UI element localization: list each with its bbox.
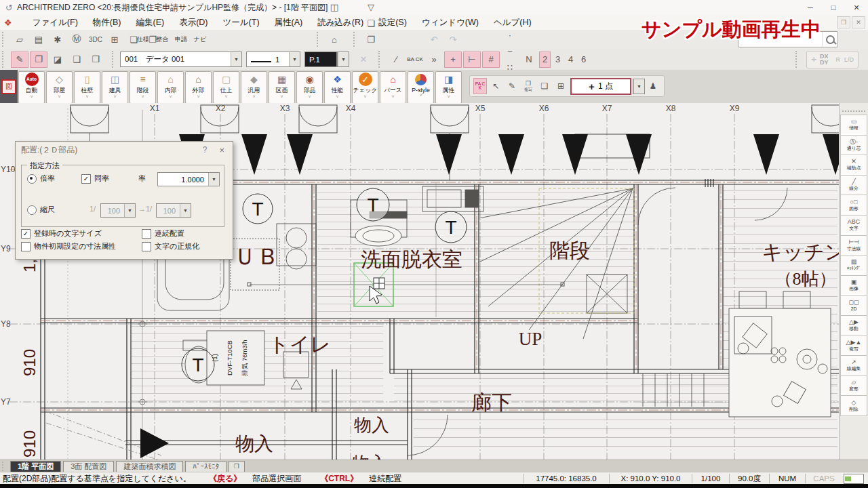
- snap-grid-icon[interactable]: #: [482, 52, 500, 68]
- command-button[interactable]: 部屋: [46, 71, 73, 104]
- edit-clip-icon[interactable]: ❐: [30, 52, 47, 68]
- sidebar-tool-button[interactable]: ╱ 線分: [840, 175, 867, 195]
- edit-pen-icon[interactable]: ✎: [11, 52, 28, 68]
- command-button[interactable]: 建具: [102, 71, 128, 104]
- dy-label[interactable]: DY: [820, 59, 829, 66]
- sidebar-tool-button[interactable]: ◻◻ 2D: [840, 295, 867, 315]
- sidebar-tool-button[interactable]: ↗ 線編集: [840, 355, 867, 375]
- sidebar-tool-button[interactable]: ▱ 変形: [840, 375, 867, 396]
- menu-item[interactable]: 編集(E): [128, 16, 172, 28]
- snap-free-icon[interactable]: +: [444, 52, 462, 68]
- menu-item[interactable]: 表示(D): [172, 16, 215, 28]
- select-cursor-icon[interactable]: ↖: [488, 79, 503, 94]
- command-button[interactable]: 区画: [269, 71, 295, 104]
- view-icon[interactable]: ▽: [362, 0, 380, 15]
- command-button[interactable]: パース: [380, 71, 406, 104]
- command-button[interactable]: 仕上: [213, 71, 239, 104]
- ld-button[interactable]: L/D: [844, 56, 854, 63]
- sidebar-tool-button[interactable]: ✕ 補助点: [840, 155, 867, 175]
- diagonal-icon[interactable]: ∕: [387, 52, 405, 68]
- menu-item[interactable]: ツール(T): [216, 16, 267, 28]
- sidebar-tool-button[interactable]: ▨ ﾊｯﾁﾝｸﾞ: [840, 255, 867, 275]
- layer-select[interactable]: 001 データ 001 ▼: [120, 52, 242, 67]
- back-button[interactable]: BA CK: [406, 52, 424, 68]
- chevron-down-icon[interactable]: ▼: [289, 52, 300, 66]
- 3dc-icon[interactable]: 3DC: [87, 31, 104, 47]
- command-button[interactable]: 外部: [185, 71, 212, 104]
- scale-indicator[interactable]: 1/100: [692, 474, 729, 483]
- pen-select[interactable]: P.1: [304, 52, 337, 67]
- command-button[interactable]: 自動: [18, 71, 45, 104]
- sidebar-tool-button[interactable]: ▣ 画像: [840, 275, 867, 296]
- dim-attr-checkbox[interactable]: [21, 242, 31, 251]
- sidebar-tool-button[interactable]: ▭ 情報: [840, 115, 867, 135]
- sheet-tool-icon[interactable]: ❏: [537, 79, 552, 94]
- edit-layer-icon[interactable]: ◪: [49, 52, 66, 68]
- line-style-select[interactable]: 1 ▼: [246, 52, 300, 67]
- view-icon[interactable]: ❏: [362, 15, 380, 31]
- continuous-checkbox[interactable]: [142, 229, 151, 239]
- snap-icon[interactable]: ·: [501, 27, 519, 43]
- normalize-checkbox[interactable]: [142, 242, 151, 251]
- sidebar-tool-button[interactable]: Ⓐ‐ 通り芯: [840, 135, 867, 155]
- redo-icon[interactable]: ↷: [444, 31, 462, 47]
- dialog-close-icon[interactable]: ×: [216, 145, 227, 155]
- jump-icon[interactable]: »: [425, 52, 443, 68]
- chevron-down-icon[interactable]: ▼: [231, 52, 241, 66]
- command-button[interactable]: 汎用: [241, 71, 267, 104]
- pack-button[interactable]: PA CK: [473, 78, 487, 94]
- toolbar-icon[interactable]: ◫: [326, 0, 343, 15]
- pick-mode-select[interactable]: + 1 点: [570, 78, 631, 95]
- toolbar-text-button[interactable]: ナビ: [191, 31, 209, 47]
- snap-icon[interactable]: −: [501, 43, 519, 60]
- view-icon[interactable]: ❐: [362, 31, 380, 47]
- drawing-tab[interactable]: 3面 配置図: [63, 461, 114, 472]
- minimize-button[interactable]: ─: [799, 1, 822, 15]
- sidebar-tool-button[interactable]: △▶ 移動: [840, 315, 867, 336]
- r-button[interactable]: R: [835, 56, 840, 63]
- command-button[interactable]: 部品: [296, 71, 323, 104]
- eyedropper-icon[interactable]: ✎: [505, 79, 519, 94]
- sidebar-tool-button[interactable]: ○□ 図形: [840, 195, 867, 215]
- settings-gear-icon[interactable]: ✱: [49, 31, 66, 47]
- sidebar-tool-button[interactable]: △▶▲ 複写: [840, 336, 867, 356]
- toolbar-icon[interactable]: ⌂: [326, 31, 343, 47]
- save-icon[interactable]: ▤: [30, 31, 47, 47]
- layout-grid-icon[interactable]: ⊞: [106, 31, 123, 47]
- menu-item[interactable]: 物件(B): [85, 16, 129, 28]
- new-window-icon[interactable]: ❐: [229, 461, 245, 472]
- command-button[interactable]: P-style: [408, 71, 434, 104]
- mdi-restore-button[interactable]: ❐: [837, 16, 850, 28]
- toolbar-text-button[interactable]: 整合: [153, 31, 171, 47]
- ctrl-hint[interactable]: 《CTRL》: [320, 473, 358, 485]
- snap-6-button[interactable]: 6: [578, 52, 589, 68]
- master-icon[interactable]: Ⓜ: [68, 31, 85, 47]
- chevron-down-icon[interactable]: ▼: [208, 173, 219, 186]
- toolbar-text-button[interactable]: 仕様: [134, 31, 152, 47]
- pick-mode-arrow[interactable]: ▼: [633, 79, 645, 94]
- command-button[interactable]: 属性: [435, 71, 462, 104]
- maximize-button[interactable]: □: [822, 1, 845, 15]
- text-size-checkbox[interactable]: ✓: [21, 229, 31, 239]
- menu-item[interactable]: 属性(A): [267, 16, 311, 28]
- scale-radio[interactable]: [27, 205, 37, 215]
- back-hint[interactable]: 《戻る》: [209, 473, 241, 485]
- edit-copy-icon[interactable]: ❑: [68, 52, 85, 68]
- open-folder-icon[interactable]: ▱: [11, 31, 28, 47]
- help-icon[interactable]: ?: [193, 145, 217, 155]
- command-button[interactable]: 階段: [130, 71, 156, 104]
- same-rate-checkbox[interactable]: ✓: [81, 174, 91, 184]
- close-button[interactable]: ✕: [845, 1, 868, 15]
- mdi-close-button[interactable]: ✕: [852, 16, 865, 28]
- chevron-down-icon[interactable]: ▼: [338, 52, 349, 66]
- snap-4-button[interactable]: 4: [565, 52, 576, 68]
- pen-select-arrow[interactable]: ▼: [337, 52, 349, 67]
- sidebar-tool-button[interactable]: ABC 文字: [840, 215, 867, 235]
- snap-3-button[interactable]: 3: [552, 52, 564, 68]
- menu-item[interactable]: ファイル(F): [25, 16, 85, 28]
- command-button[interactable]: 内部: [157, 71, 184, 104]
- menu-item[interactable]: ウィンドウ(W): [414, 16, 486, 28]
- furniture-pick-icon[interactable]: ♟: [646, 79, 660, 94]
- toolbar-text-button[interactable]: 申請: [172, 31, 190, 47]
- scale-factor-radio[interactable]: [27, 174, 37, 184]
